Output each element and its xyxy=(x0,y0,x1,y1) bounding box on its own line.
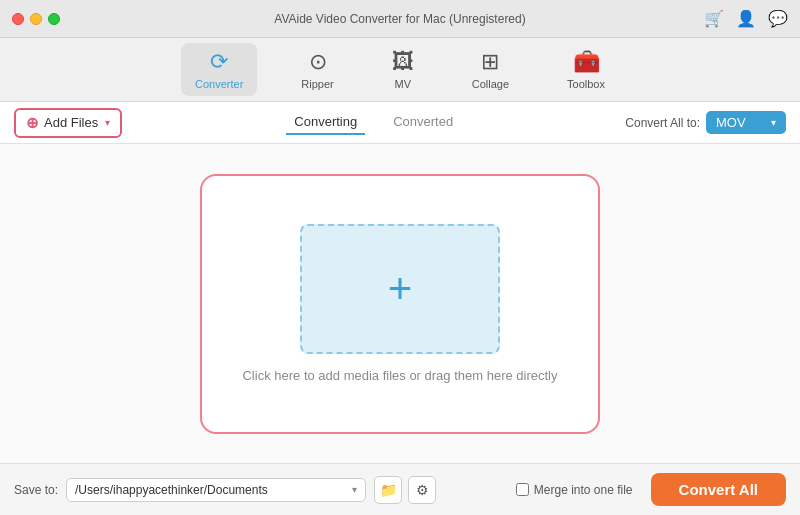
nav-item-converter[interactable]: ⟳ Converter xyxy=(181,43,257,96)
drop-zone-plus-icon: + xyxy=(388,268,413,310)
main-area: + Click here to add media files or drag … xyxy=(0,144,800,463)
save-path-dropdown[interactable]: /Users/ihappyacethinker/Documents ▾ xyxy=(66,478,366,502)
convert-all-to-label: Convert All to: xyxy=(625,116,700,130)
add-files-button[interactable]: ⊕ Add Files ▾ xyxy=(14,108,122,138)
save-to-label: Save to: xyxy=(14,483,58,497)
convert-all-button[interactable]: Convert All xyxy=(651,473,786,506)
plus-icon: ⊕ xyxy=(26,114,39,132)
nav-label-converter: Converter xyxy=(195,78,243,90)
nav-item-ripper[interactable]: ⊙ Ripper xyxy=(287,43,347,96)
nav-bar: ⟳ Converter ⊙ Ripper 🖼 MV ⊞ Collage 🧰 To… xyxy=(0,38,800,102)
cart-icon[interactable]: 🛒 xyxy=(704,9,724,28)
drop-zone-outer[interactable]: + Click here to add media files or drag … xyxy=(200,174,600,434)
folder-icon: 📁 xyxy=(380,482,397,498)
toolbar-tabs: Converting Converted xyxy=(132,110,615,135)
nav-label-mv: MV xyxy=(394,78,411,90)
tab-converted[interactable]: Converted xyxy=(385,110,461,135)
nav-item-mv[interactable]: 🖼 MV xyxy=(378,43,428,96)
nav-label-toolbox: Toolbox xyxy=(567,78,605,90)
format-dropdown-arrow: ▾ xyxy=(771,117,776,128)
tab-converting[interactable]: Converting xyxy=(286,110,365,135)
mv-icon: 🖼 xyxy=(392,49,414,75)
gear-icon: ⚙ xyxy=(416,482,429,498)
add-files-label: Add Files xyxy=(44,115,98,130)
maximize-button[interactable] xyxy=(48,13,60,25)
convert-all-group: Convert All to: MOV ▾ xyxy=(625,111,786,134)
save-path-value: /Users/ihappyacethinker/Documents xyxy=(75,483,268,497)
save-path-dropdown-arrow: ▾ xyxy=(352,484,357,495)
title-bar-icons: 🛒 👤 💬 xyxy=(704,9,788,28)
toolbar: ⊕ Add Files ▾ Converting Converted Conve… xyxy=(0,102,800,144)
close-button[interactable] xyxy=(12,13,24,25)
settings-icon-button[interactable]: ⚙ xyxy=(408,476,436,504)
converter-icon: ⟳ xyxy=(210,49,228,75)
title-bar: AVAide Video Converter for Mac (Unregist… xyxy=(0,0,800,38)
collage-icon: ⊞ xyxy=(481,49,499,75)
format-value: MOV xyxy=(716,115,746,130)
drop-zone-inner[interactable]: + xyxy=(300,224,500,354)
user-icon[interactable]: 👤 xyxy=(736,9,756,28)
merge-label: Merge into one file xyxy=(534,483,633,497)
drop-zone-text: Click here to add media files or drag th… xyxy=(242,368,557,383)
nav-item-toolbox[interactable]: 🧰 Toolbox xyxy=(553,43,619,96)
traffic-lights xyxy=(12,13,60,25)
merge-checkbox-label[interactable]: Merge into one file xyxy=(516,483,633,497)
folder-icon-button[interactable]: 📁 xyxy=(374,476,402,504)
toolbox-icon: 🧰 xyxy=(573,49,600,75)
bottom-icons: 📁 ⚙ xyxy=(374,476,436,504)
window-title: AVAide Video Converter for Mac (Unregist… xyxy=(274,12,525,26)
ripper-icon: ⊙ xyxy=(309,49,327,75)
minimize-button[interactable] xyxy=(30,13,42,25)
bottom-bar: Save to: /Users/ihappyacethinker/Documen… xyxy=(0,463,800,515)
nav-label-collage: Collage xyxy=(472,78,509,90)
nav-label-ripper: Ripper xyxy=(301,78,333,90)
add-files-dropdown-arrow: ▾ xyxy=(105,117,110,128)
nav-item-collage[interactable]: ⊞ Collage xyxy=(458,43,523,96)
merge-checkbox[interactable] xyxy=(516,483,529,496)
format-dropdown[interactable]: MOV ▾ xyxy=(706,111,786,134)
chat-icon[interactable]: 💬 xyxy=(768,9,788,28)
